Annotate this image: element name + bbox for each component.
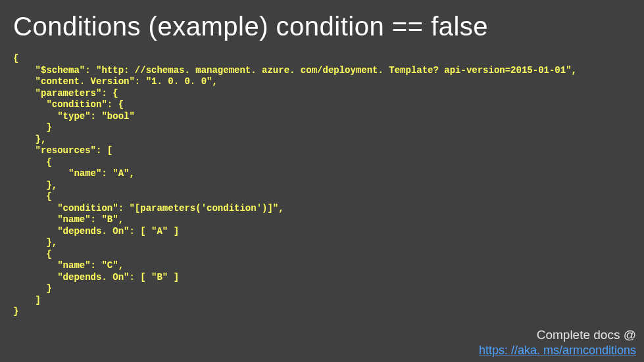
- footer: Complete docs @ https: //aka. ms/armcond…: [479, 327, 636, 359]
- slide-title: Conditions (example) condition == false: [0, 0, 644, 48]
- code-block: { "$schema": "http: //schemas. managemen…: [0, 48, 644, 318]
- footer-label: Complete docs @: [537, 328, 636, 342]
- footer-link[interactable]: https: //aka. ms/armconditions: [479, 344, 636, 357]
